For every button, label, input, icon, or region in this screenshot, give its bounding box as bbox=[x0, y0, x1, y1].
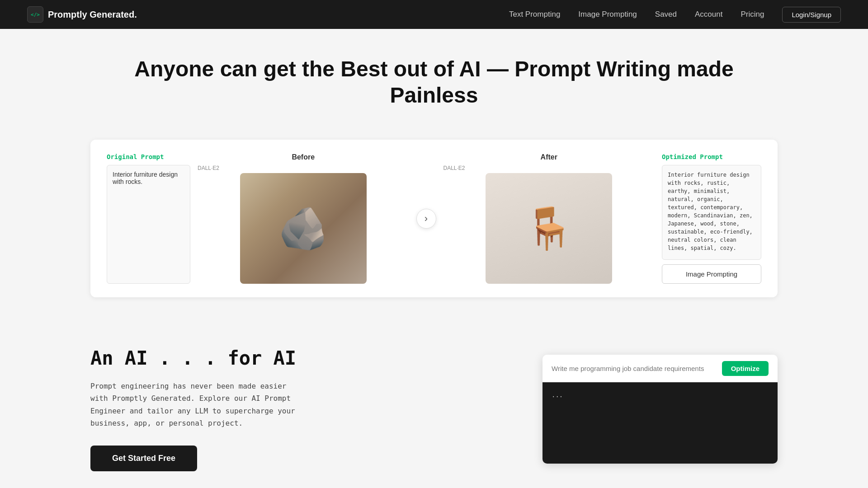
hero-section: Anyone can get the Best out of AI — Prom… bbox=[0, 29, 868, 140]
ai-title: An AI . . . for AI bbox=[90, 347, 506, 369]
before-label: Before bbox=[292, 153, 315, 161]
before-section: Before DALL·E2 🪨 bbox=[198, 153, 409, 284]
original-prompt-box: Interior furniture design with rocks. bbox=[107, 165, 190, 284]
dall-label-before: DALL·E2 bbox=[198, 165, 219, 171]
before-image: 🪨 bbox=[240, 173, 367, 284]
comparison-card: Original Prompt Interior furniture desig… bbox=[90, 140, 778, 297]
optimized-prompt-box: Interior furniture design with rocks, ru… bbox=[662, 165, 761, 260]
dall-label-after: DALL·E2 bbox=[443, 165, 465, 171]
nav-logo-text: Promptly Generated. bbox=[48, 9, 137, 20]
ai-right: Optimize ... bbox=[542, 355, 778, 464]
hero-title: Anyone can get the Best out of AI — Prom… bbox=[90, 56, 778, 108]
prompt-input[interactable] bbox=[552, 365, 717, 372]
prompt-widget: Optimize ... bbox=[542, 355, 778, 464]
nav-link-pricing[interactable]: Pricing bbox=[741, 10, 764, 19]
optimized-prompt-label: Optimized Prompt bbox=[662, 153, 761, 160]
nav-logo[interactable]: </> Promptly Generated. bbox=[27, 6, 137, 23]
ai-section: An AI . . . for AI Prompt engineering ha… bbox=[0, 320, 868, 488]
optimize-button[interactable]: Optimize bbox=[722, 361, 769, 376]
after-label: After bbox=[541, 153, 557, 161]
original-prompt-panel: Original Prompt Interior furniture desig… bbox=[107, 153, 190, 284]
get-started-button[interactable]: Get Started Free bbox=[90, 446, 197, 471]
after-section: After DALL·E2 🪑 bbox=[443, 153, 655, 284]
ai-description: Prompt engineering has never been made e… bbox=[90, 380, 307, 429]
prompt-output: ... bbox=[542, 382, 778, 464]
login-signup-button[interactable]: Login/Signup bbox=[782, 7, 841, 23]
image-prompting-button[interactable]: Image Prompting bbox=[662, 264, 761, 284]
nav-link-text-prompting[interactable]: Text Prompting bbox=[509, 10, 560, 19]
next-arrow-button[interactable]: › bbox=[416, 209, 436, 229]
nav-link-account[interactable]: Account bbox=[695, 10, 722, 19]
ai-left: An AI . . . for AI Prompt engineering ha… bbox=[90, 347, 506, 471]
nav-links: Text Prompting Image Prompting Saved Acc… bbox=[509, 7, 841, 23]
nav-link-saved[interactable]: Saved bbox=[655, 10, 677, 19]
after-image: 🪑 bbox=[486, 173, 612, 284]
optimized-prompt-panel: Optimized Prompt Interior furniture desi… bbox=[662, 153, 761, 284]
navbar: </> Promptly Generated. Text Prompting I… bbox=[0, 0, 868, 29]
nav-logo-icon: </> bbox=[27, 6, 43, 23]
original-prompt-label: Original Prompt bbox=[107, 153, 190, 160]
prompt-input-bar: Optimize bbox=[542, 355, 778, 382]
nav-link-image-prompting[interactable]: Image Prompting bbox=[578, 10, 637, 19]
